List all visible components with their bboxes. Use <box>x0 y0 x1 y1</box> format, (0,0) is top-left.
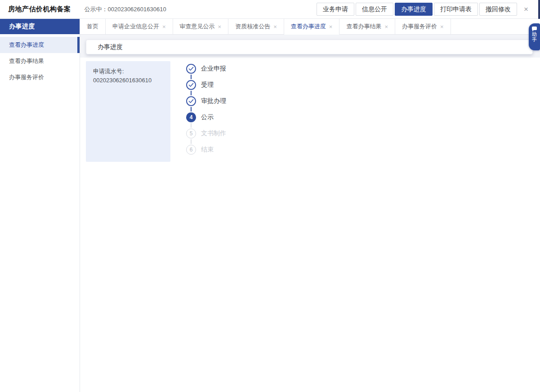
tab-close-icon[interactable]: × <box>218 24 222 30</box>
step-connector <box>191 75 192 79</box>
progress-steps: 企业申报受理审批办理4公示5文书制作6结束 <box>186 64 226 155</box>
business-apply-button[interactable]: 业务申请 <box>317 3 354 16</box>
step-connector <box>191 107 192 111</box>
topbar-actions: 业务申请信息公开办事进度打印申请表撤回修改 <box>317 3 517 16</box>
tab-close-icon[interactable]: × <box>273 24 277 30</box>
step-label: 审批办理 <box>201 97 226 105</box>
step-publicity: 4公示 <box>186 112 226 122</box>
sidebar-item-service-evaluation[interactable]: 办事服务评价 <box>0 69 80 85</box>
serial-number-panel: 申请流水号: 002023062601630610 <box>86 61 170 162</box>
close-icon[interactable]: × <box>524 5 528 13</box>
sidebar-item-view-result[interactable]: 查看办事结果 <box>0 53 80 69</box>
sidebar: 办事进度 查看办事进度查看办事结果办事服务评价 <box>0 19 80 392</box>
check-circle-icon <box>186 64 196 74</box>
tab-label: 办事服务评价 <box>402 22 437 31</box>
corner-accent-strip <box>538 0 540 19</box>
progress-button[interactable]: 办事进度 <box>395 3 433 16</box>
step-label: 受理 <box>201 81 214 89</box>
tab-home[interactable]: 首页 <box>80 19 106 35</box>
tab-review-opinion-publicity[interactable]: 审查意见公示× <box>173 19 229 35</box>
tab-close-icon[interactable]: × <box>329 24 333 30</box>
step-acceptance: 受理 <box>186 80 226 90</box>
step-connector <box>191 91 192 95</box>
step-label: 文书制作 <box>201 129 226 138</box>
assistant-button[interactable]: 助手 <box>529 23 540 50</box>
page-title-card: 办事进度 <box>86 40 533 54</box>
sidebar-menu: 查看办事进度查看办事结果办事服务评价 <box>0 34 80 85</box>
app-title: 房地产估价机构备案 <box>8 5 71 13</box>
tab-service-evaluation[interactable]: 办事服务评价× <box>395 19 451 35</box>
sidebar-header: 办事进度 <box>0 19 80 34</box>
main-content: 办事进度 申请流水号: 002023062601630610 企业申报受理审批办… <box>80 35 540 392</box>
tab-label: 申请企业信息公开 <box>112 22 159 31</box>
tab-close-icon[interactable]: × <box>440 24 444 30</box>
check-circle-icon <box>186 96 196 106</box>
tab-close-icon[interactable]: × <box>384 24 388 30</box>
tab-label: 审查意见公示 <box>180 22 215 31</box>
check-circle-icon <box>186 80 196 90</box>
sidebar-item-view-progress[interactable]: 查看办事进度 <box>0 37 80 53</box>
tab-apply-enterprise-info-disclosure[interactable]: 申请企业信息公开× <box>106 19 173 35</box>
withdraw-modify-button[interactable]: 撤回修改 <box>479 3 517 16</box>
tab-label: 查看办事进度 <box>291 22 326 31</box>
info-disclosure-button[interactable]: 信息公开 <box>356 3 393 16</box>
tab-close-icon[interactable]: × <box>162 24 166 30</box>
tab-view-progress[interactable]: 查看办事进度× <box>284 19 340 35</box>
step-number-circle: 6 <box>186 145 196 155</box>
step-approval-handling: 审批办理 <box>186 96 226 106</box>
assistant-label: 助手 <box>532 31 537 42</box>
tab-label: 资质核准公告 <box>235 22 270 31</box>
serial-number: 002023062601630610 <box>93 76 163 85</box>
step-enterprise-declaration: 企业申报 <box>186 64 226 74</box>
step-document-making: 5文书制作 <box>186 129 226 138</box>
tab-bar: 首页申请企业信息公开×审查意见公示×资质核准公告×查看办事进度×查看办事结果×办… <box>80 19 540 35</box>
tab-label: 首页 <box>87 22 98 31</box>
step-connector <box>191 139 192 144</box>
print-application-button[interactable]: 打印申请表 <box>434 3 478 16</box>
tab-qualification-approval-notice[interactable]: 资质核准公告× <box>228 19 284 35</box>
publicity-status-text: 公示中：002023062601630610 <box>85 5 166 13</box>
step-number-circle: 5 <box>186 129 196 138</box>
chat-bubble-icon <box>532 27 537 30</box>
step-connector <box>191 123 192 128</box>
step-number-circle: 4 <box>186 112 196 122</box>
step-label: 结束 <box>201 146 214 154</box>
tab-label: 查看办事结果 <box>346 22 381 31</box>
tab-view-result[interactable]: 查看办事结果× <box>339 19 395 35</box>
step-label: 企业申报 <box>201 65 226 73</box>
serial-label: 申请流水号: <box>93 67 163 76</box>
page-title: 办事进度 <box>98 43 123 51</box>
step-label: 公示 <box>201 113 214 121</box>
step-end: 6结束 <box>186 145 226 155</box>
top-header-bar: 房地产估价机构备案 公示中：002023062601630610 业务申请信息公… <box>0 0 540 19</box>
